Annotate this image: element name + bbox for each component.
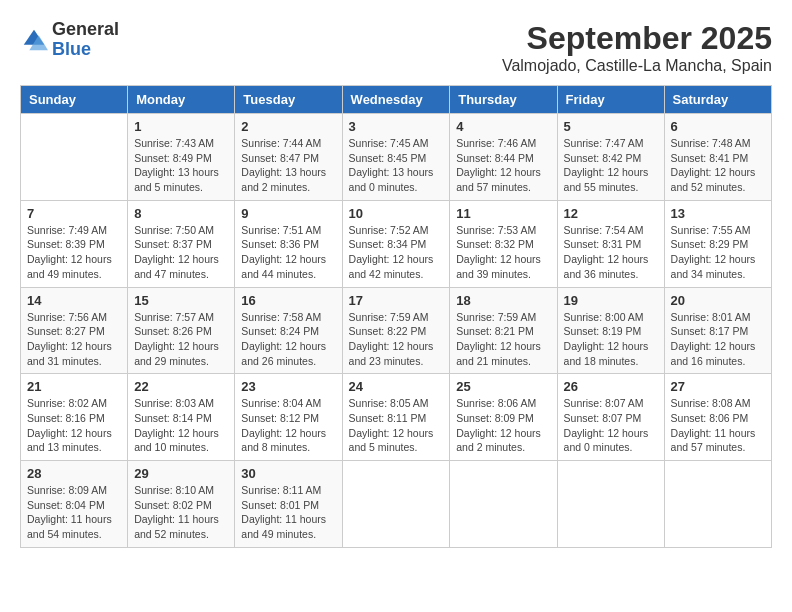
day-number: 8: [134, 206, 228, 221]
day-number: 30: [241, 466, 335, 481]
calendar-week-4: 21Sunrise: 8:02 AMSunset: 8:16 PMDayligh…: [21, 374, 772, 461]
calendar-cell: 11Sunrise: 7:53 AMSunset: 8:32 PMDayligh…: [450, 200, 557, 287]
day-number: 19: [564, 293, 658, 308]
calendar-cell: 28Sunrise: 8:09 AMSunset: 8:04 PMDayligh…: [21, 461, 128, 548]
day-info: Sunrise: 7:59 AMSunset: 8:22 PMDaylight:…: [349, 310, 444, 369]
location-title: Valmojado, Castille-La Mancha, Spain: [502, 57, 772, 75]
calendar-cell: 9Sunrise: 7:51 AMSunset: 8:36 PMDaylight…: [235, 200, 342, 287]
day-info: Sunrise: 8:08 AMSunset: 8:06 PMDaylight:…: [671, 396, 765, 455]
day-info: Sunrise: 7:45 AMSunset: 8:45 PMDaylight:…: [349, 136, 444, 195]
calendar-header-friday: Friday: [557, 86, 664, 114]
calendar-cell: 1Sunrise: 7:43 AMSunset: 8:49 PMDaylight…: [128, 114, 235, 201]
calendar-week-5: 28Sunrise: 8:09 AMSunset: 8:04 PMDayligh…: [21, 461, 772, 548]
day-info: Sunrise: 7:49 AMSunset: 8:39 PMDaylight:…: [27, 223, 121, 282]
calendar-cell: 29Sunrise: 8:10 AMSunset: 8:02 PMDayligh…: [128, 461, 235, 548]
day-number: 26: [564, 379, 658, 394]
day-number: 27: [671, 379, 765, 394]
calendar-cell: 15Sunrise: 7:57 AMSunset: 8:26 PMDayligh…: [128, 287, 235, 374]
calendar-cell: 22Sunrise: 8:03 AMSunset: 8:14 PMDayligh…: [128, 374, 235, 461]
calendar-cell: 14Sunrise: 7:56 AMSunset: 8:27 PMDayligh…: [21, 287, 128, 374]
calendar-cell: 26Sunrise: 8:07 AMSunset: 8:07 PMDayligh…: [557, 374, 664, 461]
day-info: Sunrise: 8:04 AMSunset: 8:12 PMDaylight:…: [241, 396, 335, 455]
day-number: 6: [671, 119, 765, 134]
day-info: Sunrise: 8:09 AMSunset: 8:04 PMDaylight:…: [27, 483, 121, 542]
calendar-cell: 25Sunrise: 8:06 AMSunset: 8:09 PMDayligh…: [450, 374, 557, 461]
day-number: 20: [671, 293, 765, 308]
day-number: 7: [27, 206, 121, 221]
day-number: 17: [349, 293, 444, 308]
calendar-cell: [342, 461, 450, 548]
calendar-header-wednesday: Wednesday: [342, 86, 450, 114]
day-info: Sunrise: 8:07 AMSunset: 8:07 PMDaylight:…: [564, 396, 658, 455]
day-info: Sunrise: 8:11 AMSunset: 8:01 PMDaylight:…: [241, 483, 335, 542]
day-info: Sunrise: 7:59 AMSunset: 8:21 PMDaylight:…: [456, 310, 550, 369]
day-number: 1: [134, 119, 228, 134]
day-number: 28: [27, 466, 121, 481]
day-number: 18: [456, 293, 550, 308]
day-number: 4: [456, 119, 550, 134]
day-number: 15: [134, 293, 228, 308]
calendar-header-tuesday: Tuesday: [235, 86, 342, 114]
day-number: 23: [241, 379, 335, 394]
logo-icon: [20, 26, 48, 54]
title-block: September 2025 Valmojado, Castille-La Ma…: [502, 20, 772, 75]
logo-general-text: General: [52, 19, 119, 39]
calendar-cell: [557, 461, 664, 548]
day-info: Sunrise: 7:54 AMSunset: 8:31 PMDaylight:…: [564, 223, 658, 282]
calendar-cell: 21Sunrise: 8:02 AMSunset: 8:16 PMDayligh…: [21, 374, 128, 461]
calendar-cell: 16Sunrise: 7:58 AMSunset: 8:24 PMDayligh…: [235, 287, 342, 374]
calendar-cell: 7Sunrise: 7:49 AMSunset: 8:39 PMDaylight…: [21, 200, 128, 287]
day-number: 14: [27, 293, 121, 308]
calendar-cell: 20Sunrise: 8:01 AMSunset: 8:17 PMDayligh…: [664, 287, 771, 374]
calendar-cell: 13Sunrise: 7:55 AMSunset: 8:29 PMDayligh…: [664, 200, 771, 287]
day-number: 24: [349, 379, 444, 394]
calendar-week-1: 1Sunrise: 7:43 AMSunset: 8:49 PMDaylight…: [21, 114, 772, 201]
calendar-cell: 30Sunrise: 8:11 AMSunset: 8:01 PMDayligh…: [235, 461, 342, 548]
calendar-cell: [664, 461, 771, 548]
day-info: Sunrise: 8:03 AMSunset: 8:14 PMDaylight:…: [134, 396, 228, 455]
day-info: Sunrise: 7:53 AMSunset: 8:32 PMDaylight:…: [456, 223, 550, 282]
calendar-cell: 24Sunrise: 8:05 AMSunset: 8:11 PMDayligh…: [342, 374, 450, 461]
day-number: 29: [134, 466, 228, 481]
calendar-cell: [450, 461, 557, 548]
day-info: Sunrise: 8:00 AMSunset: 8:19 PMDaylight:…: [564, 310, 658, 369]
calendar-cell: 27Sunrise: 8:08 AMSunset: 8:06 PMDayligh…: [664, 374, 771, 461]
day-number: 11: [456, 206, 550, 221]
day-number: 16: [241, 293, 335, 308]
calendar-cell: [21, 114, 128, 201]
day-number: 5: [564, 119, 658, 134]
calendar-cell: 2Sunrise: 7:44 AMSunset: 8:47 PMDaylight…: [235, 114, 342, 201]
day-number: 9: [241, 206, 335, 221]
day-info: Sunrise: 7:46 AMSunset: 8:44 PMDaylight:…: [456, 136, 550, 195]
day-info: Sunrise: 8:10 AMSunset: 8:02 PMDaylight:…: [134, 483, 228, 542]
logo-blue-text: Blue: [52, 39, 91, 59]
calendar-header-thursday: Thursday: [450, 86, 557, 114]
day-info: Sunrise: 7:55 AMSunset: 8:29 PMDaylight:…: [671, 223, 765, 282]
calendar-cell: 6Sunrise: 7:48 AMSunset: 8:41 PMDaylight…: [664, 114, 771, 201]
day-info: Sunrise: 7:48 AMSunset: 8:41 PMDaylight:…: [671, 136, 765, 195]
day-info: Sunrise: 8:02 AMSunset: 8:16 PMDaylight:…: [27, 396, 121, 455]
day-number: 2: [241, 119, 335, 134]
calendar-week-3: 14Sunrise: 7:56 AMSunset: 8:27 PMDayligh…: [21, 287, 772, 374]
calendar-table: SundayMondayTuesdayWednesdayThursdayFrid…: [20, 85, 772, 548]
calendar-header-saturday: Saturday: [664, 86, 771, 114]
calendar-header-monday: Monday: [128, 86, 235, 114]
day-info: Sunrise: 7:52 AMSunset: 8:34 PMDaylight:…: [349, 223, 444, 282]
day-info: Sunrise: 7:56 AMSunset: 8:27 PMDaylight:…: [27, 310, 121, 369]
page-header: General Blue September 2025 Valmojado, C…: [20, 20, 772, 75]
day-info: Sunrise: 7:44 AMSunset: 8:47 PMDaylight:…: [241, 136, 335, 195]
day-info: Sunrise: 8:01 AMSunset: 8:17 PMDaylight:…: [671, 310, 765, 369]
calendar-cell: 3Sunrise: 7:45 AMSunset: 8:45 PMDaylight…: [342, 114, 450, 201]
day-info: Sunrise: 7:51 AMSunset: 8:36 PMDaylight:…: [241, 223, 335, 282]
calendar-cell: 18Sunrise: 7:59 AMSunset: 8:21 PMDayligh…: [450, 287, 557, 374]
day-info: Sunrise: 7:43 AMSunset: 8:49 PMDaylight:…: [134, 136, 228, 195]
logo: General Blue: [20, 20, 119, 60]
day-info: Sunrise: 8:06 AMSunset: 8:09 PMDaylight:…: [456, 396, 550, 455]
day-number: 12: [564, 206, 658, 221]
calendar-cell: 12Sunrise: 7:54 AMSunset: 8:31 PMDayligh…: [557, 200, 664, 287]
day-number: 21: [27, 379, 121, 394]
calendar-header-sunday: Sunday: [21, 86, 128, 114]
day-info: Sunrise: 8:05 AMSunset: 8:11 PMDaylight:…: [349, 396, 444, 455]
day-number: 22: [134, 379, 228, 394]
calendar-week-2: 7Sunrise: 7:49 AMSunset: 8:39 PMDaylight…: [21, 200, 772, 287]
